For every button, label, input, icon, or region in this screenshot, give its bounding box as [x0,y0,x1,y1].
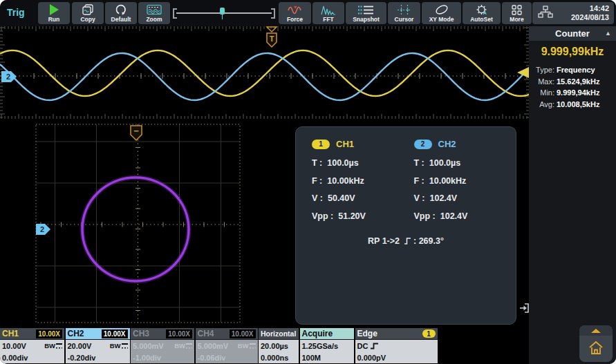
trigger-source-badge: 1 [422,329,436,338]
popup-dock-icon[interactable] [519,302,531,314]
ch2-scale: 20.00V [68,342,92,350]
trigger-level-marker[interactable] [517,67,529,78]
ch1-period-row: T :100.0µs [312,155,414,173]
more-grid-icon [512,4,522,15]
acquire-settings-box[interactable]: Acquire 1.25GSa/s100M [300,328,354,364]
autoset-gear-icon: A [476,4,488,15]
clock-date: 2024/08/13 [571,13,609,22]
ch1-voltage-row: V :50.40V [312,190,414,208]
top-waveform-display: 2T [0,26,529,119]
autoset-button[interactable]: A AutoSet [463,2,501,24]
counter-min-row: Min:9.999,94kHz [529,87,616,99]
home-icon [587,340,605,358]
ch4-scale: 5.000mV [198,342,229,350]
ch2-vpp-row: Vpp :102.4V [414,208,516,226]
trigger-slider-handle[interactable] [220,8,225,15]
ch1-frequency-row: F :10.00kHz [312,173,414,191]
collapse-arrow-icon[interactable]: ▲ [605,30,611,37]
svg-text:2: 2 [6,73,10,81]
force-trigger-button[interactable]: Force [279,2,311,24]
clock-network-button[interactable]: 14:42 2024/08/13 [532,2,614,24]
trigger-coupling: DC [357,342,368,350]
dc-coupling-icon [122,343,128,349]
counter-panel: Counter ▲ 9.999,99kHz Type:Frequency Max… [529,26,616,364]
ch1-offset: 0.00div [2,354,28,362]
run-play-icon [50,4,59,15]
network-icon [537,6,554,21]
ch1-name: CH1 [336,139,354,149]
measure-ch1-column: 1 CH1 T :100.0µs F :10.00kHz V :50.40V V… [312,139,414,225]
fft-spectrum-icon [321,4,336,15]
trigger-position-marker[interactable]: T [267,27,277,47]
trigger-position-slider[interactable] [173,8,275,19]
panel-collapse-tab[interactable] [579,325,613,336]
up-arrow-icon [591,329,601,333]
ch2-frequency-row: F :10.00kHz [414,173,516,191]
measure-ch2-column: 2 CH2 T :100.0µs F :10.00kHz V :102.4V V… [414,139,516,225]
counter-type-row: Type:Frequency [529,64,616,76]
svg-text:T: T [270,35,274,43]
ch2-offset: -0.20div [68,354,96,362]
zoom-button[interactable]: Zoom [138,2,170,24]
trig-status-label: Trig [7,7,25,18]
svg-text:A: A [483,10,487,16]
xy-mode-button[interactable]: XY Mode [422,2,461,24]
copy-button[interactable]: Copy [72,2,104,24]
ch4-label: CH4 [198,329,214,338]
counter-value: 9.999,99kHz [529,46,616,58]
snapshot-list-icon [358,4,375,15]
cursor-button[interactable]: Cursor [388,2,420,24]
ch1-waveform [0,50,529,96]
oscilloscope-screen: Trig Run Copy Default Zoom [0,0,616,364]
measure-popup: 1 CH1 T :100.0µs F :10.00kHz V :50.40V V… [295,126,516,325]
horizontal-delay: 0.000ns [261,354,288,362]
acquire-label: Acquire [302,329,333,338]
svg-text:2: 2 [40,225,44,233]
counter-title: Counter [555,28,590,39]
run-button[interactable]: Run [38,2,70,24]
default-button[interactable]: Default [105,2,137,24]
ch2-name: CH2 [438,139,456,149]
memory-depth: 100M [302,354,321,362]
ch1-settings-box[interactable]: CH110.00X 10.00VBW0.00div [0,328,64,364]
zoom-waveform-icon [147,4,162,15]
ch3-settings-box[interactable]: CH310.00X 5.000mVBW-1.00div [131,328,194,364]
snapshot-button[interactable]: Snapshot [346,2,386,24]
ch4-probe-ratio: 10.00X [230,329,256,338]
ch2-settings-box[interactable]: CH210.00X 20.00VBW-0.20div [66,328,130,364]
ch2-position-marker[interactable]: 2 [1,71,17,82]
ch3-label: CH3 [133,329,149,338]
counter-max-row: Max:15.624,9kHz [529,76,616,88]
cursor-crosshair-icon [398,4,411,15]
relative-phase-row: RP 1->2 : 269.3° [296,236,516,246]
ch1-scale: 10.00V [2,342,26,350]
dc-coupling-icon [56,343,62,349]
ch3-probe-ratio: 10.00X [166,329,192,338]
top-toolbar: Trig Run Copy Default Zoom [0,0,616,26]
ch3-offset: -1.00div [133,354,161,362]
svg-text:−: − [133,126,139,136]
timebase-value: 20.00µs [261,342,288,350]
ch2-voltage-row: V :102.4V [414,190,516,208]
counter-header[interactable]: Counter ▲ [529,26,616,41]
trigger-settings-box[interactable]: Edge1 DC0.000pV [355,328,438,364]
ch2-probe-ratio: 10.00X [102,329,128,338]
fft-button[interactable]: FFT [312,2,344,24]
home-button[interactable] [579,325,613,362]
ch2-label: CH2 [68,329,84,338]
xy-ellipse-icon [434,4,449,15]
xy-ch2-marker[interactable]: 2 [36,224,50,235]
dc-coupling-icon [250,343,256,349]
horizontal-settings-box[interactable]: Horizontal 20.00µs0.000ns [259,328,299,364]
clock-time: 14:42 [590,4,609,13]
sample-rate: 1.25GSa/s [302,342,339,350]
more-button[interactable]: More [502,2,532,24]
ch4-settings-box[interactable]: CH410.00X 5.000mVBW-0.06div [196,328,258,364]
trigger-level: 0.000pV [357,354,386,362]
ch1-probe-ratio: 10.00X [36,329,62,338]
ch2-badge: 2 [414,140,432,149]
ch1-badge: 1 [312,140,330,149]
xy-horizontal-marker[interactable]: − [131,126,142,140]
ch1-vpp-row: Vpp :51.20V [312,208,414,226]
ch2-period-row: T :100.0µs [414,155,516,173]
